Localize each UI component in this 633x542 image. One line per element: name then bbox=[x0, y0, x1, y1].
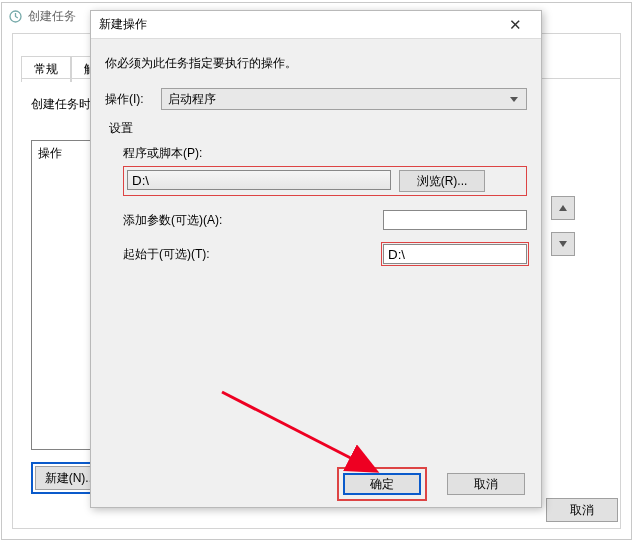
program-label: 程序或脚本(P): bbox=[123, 145, 527, 162]
program-highlight: 浏览(R)... bbox=[123, 166, 527, 196]
settings-group: 设置 程序或脚本(P): 浏览(R)... 添加参数(可选)(A): bbox=[105, 120, 527, 264]
startin-input[interactable] bbox=[383, 244, 527, 264]
triangle-down-icon bbox=[558, 239, 568, 249]
modal-button-row: 确定 取消 bbox=[337, 467, 525, 501]
action-label: 操作(I): bbox=[105, 91, 161, 108]
close-icon: ✕ bbox=[509, 16, 522, 34]
ok-button[interactable]: 确定 bbox=[343, 473, 421, 495]
new-action-dialog: 新建操作 ✕ 你必须为此任务指定要执行的操作。 操作(I): 启动程序 设置 程… bbox=[90, 10, 542, 508]
settings-label: 设置 bbox=[109, 120, 527, 137]
clock-icon bbox=[8, 9, 22, 23]
args-label: 添加参数(可选)(A): bbox=[123, 212, 383, 229]
action-select-value: 启动程序 bbox=[168, 91, 216, 108]
create-task-label: 创建任务时 bbox=[31, 96, 91, 113]
action-row: 操作(I): 启动程序 bbox=[105, 88, 527, 110]
instruction-text: 你必须为此任务指定要执行的操作。 bbox=[105, 55, 527, 72]
args-field: 添加参数(可选)(A): bbox=[123, 210, 527, 230]
reorder-buttons bbox=[551, 196, 575, 256]
actions-list-header: 操作 bbox=[38, 146, 62, 160]
move-down-button[interactable] bbox=[551, 232, 575, 256]
args-input[interactable] bbox=[383, 210, 527, 230]
browse-button[interactable]: 浏览(R)... bbox=[399, 170, 485, 192]
modal-title: 新建操作 bbox=[99, 16, 497, 33]
triangle-up-icon bbox=[558, 203, 568, 213]
move-up-button[interactable] bbox=[551, 196, 575, 220]
program-input[interactable] bbox=[127, 170, 391, 190]
modal-titlebar: 新建操作 ✕ bbox=[91, 11, 541, 39]
modal-body: 你必须为此任务指定要执行的操作。 操作(I): 启动程序 设置 程序或脚本(P)… bbox=[91, 39, 541, 507]
close-button[interactable]: ✕ bbox=[497, 14, 533, 36]
parent-title: 创建任务 bbox=[28, 8, 76, 25]
action-select[interactable]: 启动程序 bbox=[161, 88, 527, 110]
startin-label: 起始于(可选)(T): bbox=[123, 246, 383, 263]
modal-cancel-button[interactable]: 取消 bbox=[447, 473, 525, 495]
program-field: 程序或脚本(P): 浏览(R)... bbox=[123, 145, 527, 196]
startin-field: 起始于(可选)(T): bbox=[123, 244, 527, 264]
ok-highlight: 确定 bbox=[337, 467, 427, 501]
parent-cancel-button[interactable]: 取消 bbox=[546, 498, 618, 522]
actions-list[interactable]: 操作 bbox=[31, 140, 91, 450]
